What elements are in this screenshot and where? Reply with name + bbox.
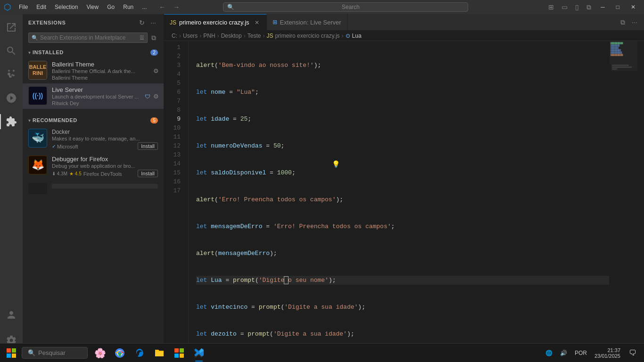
notification-center-button[interactable]: 🗨: [625, 346, 640, 361]
svg-rect-0: [7, 348, 11, 353]
line-num-2: 2: [168, 52, 182, 61]
start-button[interactable]: [2, 344, 21, 362]
tab-live-server[interactable]: ⊞ Extension: Live Server: [267, 14, 347, 31]
breadcrumb-pnh[interactable]: PNH: [203, 33, 215, 39]
taskbar-app-vscode[interactable]: [190, 344, 208, 362]
breadcrumb-lua[interactable]: Lua: [352, 33, 362, 39]
taskbar-network[interactable]: 🌐: [543, 348, 555, 358]
extensions-sidebar: EXTENSIONS ↻ ··· 🔍 ☰ ⧉ ▾ INSTALLED 2: [23, 14, 164, 352]
split-editor-button[interactable]: ⧉: [618, 17, 628, 27]
installed-section-header[interactable]: ▾ INSTALLED 2: [23, 47, 164, 58]
more-editor-actions-button[interactable]: ···: [629, 17, 640, 27]
line-num-4: 4: [168, 70, 182, 79]
extension-search-container: 🔍 ☰ ⧉: [23, 31, 164, 47]
extension-search-input[interactable]: [40, 34, 138, 41]
menu-run[interactable]: Run: [119, 3, 137, 11]
extension-item-ballerini[interactable]: BALLERINI Ballerini Theme Ballerini Them…: [23, 58, 164, 83]
extension-item-debugger-firefox[interactable]: 🦊 Debugger for Firefox Debug your web ap…: [23, 153, 164, 180]
docker-icon: 🐳: [28, 129, 47, 148]
ballerini-settings-button[interactable]: ⚙: [152, 66, 160, 75]
live-server-info: Live Server Launch a development local S…: [52, 86, 158, 106]
taskbar-app-flower[interactable]: 🌸: [91, 344, 109, 362]
taskbar-datetime[interactable]: 21:37 23/01/2025: [592, 346, 623, 361]
live-server-settings-button[interactable]: ⚙: [152, 92, 160, 101]
sidebar-header-actions: ↻ ···: [137, 18, 158, 27]
breadcrumb-desktop[interactable]: Desktop: [221, 33, 242, 39]
taskbar-app-chrome[interactable]: [110, 344, 129, 362]
search-text: Search: [237, 4, 464, 10]
activity-source-control[interactable]: [0, 63, 23, 86]
menu-view[interactable]: View: [83, 3, 102, 11]
activity-run-debug[interactable]: [0, 87, 23, 109]
minimize-button[interactable]: ─: [596, 0, 610, 14]
taskbar-app-edge[interactable]: [130, 344, 149, 362]
language-text: POR: [575, 350, 587, 356]
forward-button[interactable]: →: [170, 2, 182, 12]
vertical-scrollbar[interactable]: [637, 41, 644, 352]
installed-section-arrow: ▾: [28, 50, 31, 55]
split-icon[interactable]: ⧉: [584, 2, 594, 12]
docker-install-button[interactable]: Install: [138, 142, 158, 150]
recommended-section-header[interactable]: ▾ RECOMMENDED 5: [23, 115, 164, 126]
activity-explorer[interactable]: [0, 16, 23, 39]
breadcrumb-filename[interactable]: primeiro exercicio crazy.js: [275, 33, 339, 39]
refresh-extensions-button[interactable]: ↻: [137, 18, 147, 27]
extension-item-live-server[interactable]: ((·)) Live Server Launch a development l…: [23, 83, 164, 109]
taskbar-app-store[interactable]: [170, 344, 189, 362]
filter-extensions-button[interactable]: ⧉: [149, 33, 158, 43]
code-content[interactable]: alert('Bem-vindo ao nosso site!'); let n…: [189, 41, 609, 352]
maximize-button[interactable]: □: [611, 0, 624, 14]
notification-icon: 🗨: [629, 349, 636, 357]
menu-go[interactable]: Go: [103, 3, 118, 11]
taskbar-search[interactable]: 🔍 Pesquisar: [22, 347, 88, 359]
recommended-section-arrow: ▾: [28, 118, 31, 123]
line-num-10: 10: [168, 123, 182, 132]
svg-rect-7: [174, 348, 179, 353]
breadcrumb-c[interactable]: C:: [172, 33, 177, 39]
clear-search-icon[interactable]: ☰: [140, 35, 144, 41]
global-search[interactable]: 🔍 Search: [223, 2, 468, 12]
menu-file[interactable]: File: [15, 3, 32, 11]
ballerini-icon: BALLERINI: [28, 61, 47, 80]
line-num-14: 14: [168, 159, 182, 168]
taskbar-time-display: 21:37 23/01/2025: [594, 347, 620, 359]
breadcrumb-teste[interactable]: Teste: [248, 33, 261, 39]
firefox-desc: Debug your web application or bro...: [52, 163, 158, 169]
breadcrumb-users[interactable]: Users: [183, 33, 198, 39]
sidebar-right-icon[interactable]: ▯: [572, 2, 582, 12]
extension-item-more[interactable]: [23, 180, 164, 194]
more-actions-button[interactable]: ···: [149, 18, 158, 27]
taskbar-app-files[interactable]: [150, 344, 169, 362]
activity-search[interactable]: [0, 40, 23, 62]
live-server-desc: Launch a development local Server ...: [52, 94, 158, 99]
extension-search-box[interactable]: 🔍 ☰: [28, 33, 148, 43]
title-bar: ⬡ File Edit Selection View Go Run ... ← …: [0, 0, 644, 14]
js-file-icon: JS: [170, 19, 176, 26]
ballerini-name: Ballerini Theme: [52, 61, 158, 68]
code-line-2: let nome = "Lua";: [196, 88, 609, 97]
line-num-9: 9: [168, 115, 182, 123]
menu-more[interactable]: ...: [138, 3, 150, 11]
tab-close-button[interactable]: ✕: [253, 19, 261, 26]
taskbar-language[interactable]: POR: [572, 348, 590, 358]
close-button[interactable]: ✕: [626, 0, 640, 14]
firefox-install-button[interactable]: Install: [138, 170, 158, 177]
menu-edit[interactable]: Edit: [33, 3, 50, 11]
line-num-5: 5: [168, 79, 182, 88]
firefox-icon: 🦊: [28, 156, 47, 174]
installed-count-badge: 2: [150, 49, 158, 56]
menu-selection[interactable]: Selection: [51, 3, 82, 11]
activity-extensions[interactable]: [0, 110, 23, 133]
minimap-preview: ▓▓▓▓▓▓▓▓▓▓▓ ▓▓▓▓▓▓▓▓ ▓▓▓▓▓▓▓ ▓▓▓▓▓▓▓▓▓ ▓…: [609, 41, 637, 65]
taskbar-volume[interactable]: 🔊: [557, 348, 570, 358]
activity-account[interactable]: [0, 304, 23, 326]
code-editor[interactable]: 💡 1 2 3 4 5 6 7 8 9 10 11 12 13 14 15 16…: [164, 41, 644, 352]
lightbulb-icon[interactable]: 💡: [332, 160, 340, 168]
volume-icon: 🔊: [560, 350, 567, 356]
panel-icon[interactable]: ▭: [559, 2, 570, 12]
back-button[interactable]: ←: [156, 2, 168, 12]
tab-primeiro-exercicio[interactable]: JS primeiro exercicio crazy.js ✕: [164, 14, 267, 31]
breadcrumb: C: › Users › PNH › Desktop › Teste › JS …: [164, 31, 644, 41]
extension-item-docker[interactable]: 🐳 Docker Makes it easy to create, manage…: [23, 126, 164, 153]
layout-icon[interactable]: ⊞: [545, 2, 557, 12]
